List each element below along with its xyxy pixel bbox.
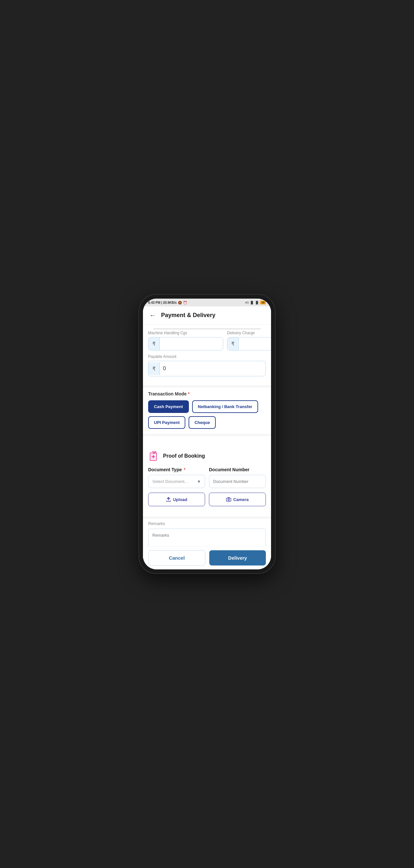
transaction-label-text: Transaction Mode (148, 391, 186, 397)
transaction-mode-section: Transaction Mode * Cash Payment Netbanki… (143, 388, 271, 434)
machine-handling-input[interactable] (160, 338, 223, 350)
delivery-charge-currency: ₹ (228, 338, 239, 350)
phone-screen: 6:43 PM | 20.9KB/s 🔕 ⏰ 4G ▐▌ ▐▌ 38 ← Pay… (143, 299, 271, 569)
payable-amount-label: Payable Amount (148, 354, 266, 359)
delivery-charge-input[interactable] (239, 338, 271, 350)
proof-of-booking-section: Proof of Booking Document Type * Select … (143, 445, 271, 517)
payment-buttons-grid: Cash Payment Netbanking / Bank Transfer … (148, 400, 266, 429)
amount-fields-section: Machine Handling Cgs ₹ Delivery Charge ₹ (143, 324, 271, 385)
transaction-required-star: * (188, 391, 189, 397)
machine-handling-group: Machine Handling Cgs ₹ (148, 331, 223, 350)
scroll-area: Machine Handling Cgs ₹ Delivery Charge ₹ (143, 324, 271, 546)
network-icon: 4G (245, 301, 249, 304)
header: ← Payment & Delivery (143, 306, 271, 324)
upload-button[interactable]: Upload (148, 493, 205, 506)
chevron-down-icon: ▼ (197, 479, 201, 484)
time-display: 6:43 PM | 20.9KB/s (148, 301, 177, 305)
svg-point-2 (228, 499, 230, 501)
bottom-actions: Cancel Delivery (143, 546, 271, 569)
doc-type-label-text: Document Type (148, 467, 182, 472)
machine-handling-currency: ₹ (148, 338, 160, 350)
cash-payment-button[interactable]: Cash Payment (148, 400, 189, 413)
document-number-group: Document Number (209, 467, 266, 488)
status-bar: 6:43 PM | 20.9KB/s 🔕 ⏰ 4G ▐▌ ▐▌ 38 (143, 299, 271, 306)
camera-label: Camera (233, 497, 249, 502)
battery-indicator: 38 (260, 301, 266, 305)
machine-handling-input-wrap: ₹ (148, 337, 223, 350)
alarm-icon: 🔕 (178, 301, 182, 305)
select-inner[interactable]: Select Document... ▼ (148, 475, 205, 488)
spacer (143, 436, 271, 442)
remarks-label: Remarks (148, 521, 266, 526)
document-fields-row: Document Type * Select Document... ▼ (148, 467, 266, 488)
delivery-charge-group: Delivery Charge ₹ (227, 331, 271, 350)
cheque-button[interactable]: Cheque (188, 416, 216, 429)
progress-bar-hint (153, 329, 261, 330)
document-type-label: Document Type * (148, 467, 205, 472)
payable-amount-input-wrap: ₹ (148, 361, 266, 376)
cancel-button[interactable]: Cancel (148, 550, 205, 565)
doc-type-required-star: * (184, 467, 185, 472)
document-number-input[interactable] (209, 475, 266, 488)
machine-handling-label: Machine Handling Cgs (148, 331, 223, 335)
camera-button[interactable]: Camera (209, 493, 266, 506)
document-type-group: Document Type * Select Document... ▼ (148, 467, 205, 488)
upload-icon (166, 497, 171, 502)
svg-rect-1 (227, 498, 231, 501)
proof-section-icon (148, 450, 160, 462)
signal-bars: ▐▌ (250, 301, 254, 304)
proof-section-header: Proof of Booking (148, 450, 266, 462)
document-type-select[interactable]: Select Document... ▼ (148, 475, 205, 488)
status-time: 6:43 PM | 20.9KB/s 🔕 ⏰ (148, 301, 187, 305)
app-content: ← Payment & Delivery Machine Handling Cg… (143, 306, 271, 569)
transaction-mode-label: Transaction Mode * (148, 391, 266, 397)
netbanking-button[interactable]: Netbanking / Bank Transfer (192, 400, 258, 413)
camera-icon (226, 497, 231, 502)
wifi-icon: ▐▌ (255, 301, 259, 304)
remarks-textarea[interactable] (148, 529, 266, 546)
back-button[interactable]: ← (148, 310, 157, 320)
select-document-placeholder: Select Document... (152, 479, 188, 484)
upi-payment-button[interactable]: UPI Payment (148, 416, 185, 429)
upload-label: Upload (173, 497, 187, 502)
page-title: Payment & Delivery (161, 312, 215, 319)
document-number-label: Document Number (209, 467, 266, 472)
delivery-button[interactable]: Delivery (209, 550, 266, 565)
status-right: 4G ▐▌ ▐▌ 38 (245, 301, 266, 305)
phone-shell: 6:43 PM | 20.9KB/s 🔕 ⏰ 4G ▐▌ ▐▌ 38 ← Pay… (139, 295, 275, 573)
payable-amount-input[interactable] (160, 361, 266, 376)
delivery-charge-label: Delivery Charge (227, 331, 271, 335)
payable-currency: ₹ (148, 363, 160, 375)
delivery-charge-input-wrap: ₹ (227, 337, 271, 350)
payable-amount-group: Payable Amount ₹ (148, 354, 266, 376)
remarks-section: Remarks 0/1000 (143, 519, 271, 546)
clock-icon: ⏰ (183, 301, 187, 305)
proof-section-title: Proof of Booking (163, 453, 205, 459)
upload-buttons-row: Upload Camera (148, 493, 266, 506)
charges-row: Machine Handling Cgs ₹ Delivery Charge ₹ (148, 331, 266, 350)
